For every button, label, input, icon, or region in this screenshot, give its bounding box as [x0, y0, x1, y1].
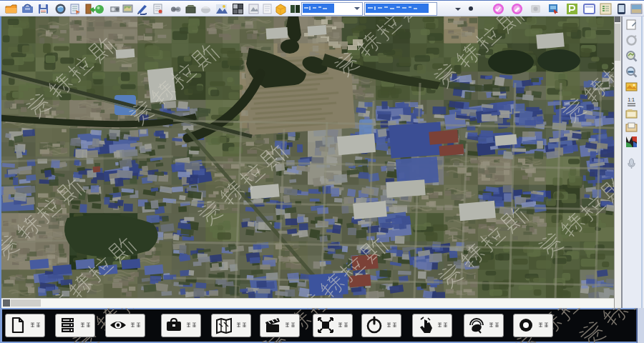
svg-text:1:1: 1:1: [628, 97, 635, 102]
